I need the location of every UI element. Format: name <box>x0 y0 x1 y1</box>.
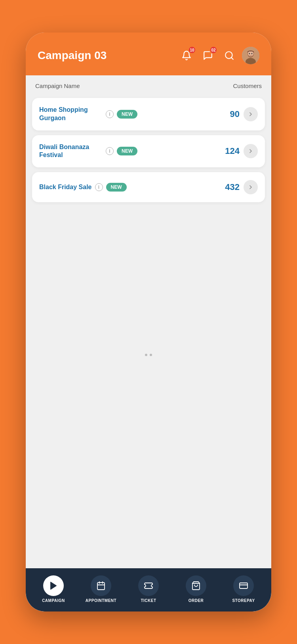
search-icon <box>224 50 234 61</box>
col-customers-header: Customers <box>233 82 262 89</box>
header: Campaign 03 10 02 <box>26 33 271 75</box>
chevron-right-icon-3 <box>248 184 254 190</box>
nav-label-storepay: STOREPAY <box>232 598 255 603</box>
svg-rect-14 <box>240 583 248 588</box>
page-title: Campaign 03 <box>38 49 107 62</box>
nav-label-order: ORDER <box>188 598 204 603</box>
campaign-card-3[interactable]: Black Friday Sale i NEW 432 <box>32 172 265 202</box>
nav-label-appointment: APPOINTMENT <box>86 598 116 603</box>
svg-point-7 <box>251 53 253 54</box>
nav-item-campaign[interactable]: CAMPAIGN <box>30 575 77 603</box>
col-name-header: Campaign Name <box>35 82 80 89</box>
nav-item-appointment[interactable]: APPOINTMENT <box>77 575 125 603</box>
info-icon-2[interactable]: i <box>106 147 114 155</box>
svg-rect-9 <box>97 583 105 590</box>
nav-item-storepay[interactable]: STOREPAY <box>220 575 267 603</box>
nav-icon-wrapper-appointment <box>91 575 111 596</box>
campaign-name-3: Black Friday Sale <box>39 183 92 192</box>
chevron-right-icon-1 <box>248 111 254 117</box>
nav-item-order[interactable]: ORDER <box>172 575 220 603</box>
chevron-btn-1[interactable] <box>244 107 258 121</box>
storepay-nav-icon <box>239 581 248 590</box>
bottom-nav: CAMPAIGN APPOINTMENT TICKET <box>26 568 271 611</box>
campaign-card-right-3: 432 <box>225 180 258 194</box>
nav-icon-wrapper-order <box>186 575 206 596</box>
campaign-card-1[interactable]: Home Shopping Gurgaon i NEW 90 <box>32 98 265 130</box>
notifications-button[interactable]: 10 <box>178 47 195 64</box>
messages-button[interactable]: 02 <box>199 47 217 64</box>
info-icon-3[interactable]: i <box>95 183 103 191</box>
new-badge-3: NEW <box>106 183 127 192</box>
pagination-dots <box>145 354 152 356</box>
campaign-card-left-1: Home Shopping Gurgaon i NEW <box>39 106 230 123</box>
new-badge-2: NEW <box>117 147 137 155</box>
nav-icon-wrapper-storepay <box>233 575 254 596</box>
new-badge-1: NEW <box>117 110 137 119</box>
avatar <box>242 47 259 64</box>
search-button[interactable] <box>221 47 238 64</box>
dot-2 <box>150 354 152 356</box>
svg-marker-8 <box>51 582 56 589</box>
info-icon-1[interactable]: i <box>106 110 114 118</box>
phone-frame: Campaign 03 10 02 <box>26 33 271 611</box>
order-nav-icon <box>191 581 201 590</box>
customer-count-1: 90 <box>230 109 240 119</box>
messages-badge: 02 <box>209 46 217 54</box>
nav-label-campaign: CAMPAIGN <box>42 598 65 603</box>
dot-1 <box>145 354 147 356</box>
chevron-right-icon-2 <box>248 148 254 154</box>
chevron-btn-2[interactable] <box>244 144 258 158</box>
table-header: Campaign Name Customers <box>26 75 271 95</box>
customer-count-3: 432 <box>225 182 240 192</box>
campaign-list: Home Shopping Gurgaon i NEW 90 Diwali B <box>26 95 271 205</box>
customer-count-2: 124 <box>225 146 240 156</box>
header-icons: 10 02 <box>178 47 259 64</box>
campaign-card-left-3: Black Friday Sale i NEW <box>39 183 225 192</box>
svg-line-1 <box>231 58 233 59</box>
notifications-badge: 10 <box>188 46 196 54</box>
campaign-card-right-1: 90 <box>230 107 258 121</box>
nav-icon-wrapper-ticket <box>138 575 159 596</box>
nav-label-ticket: TICKET <box>141 598 156 603</box>
appointment-nav-icon <box>96 581 106 590</box>
campaign-card-left-2: Diwali Bonanaza Festival i NEW <box>39 143 225 160</box>
campaign-name-2: Diwali Bonanaza Festival <box>39 143 103 160</box>
chevron-btn-3[interactable] <box>244 180 258 194</box>
nav-icon-wrapper-campaign <box>43 575 64 596</box>
campaign-card-right-2: 124 <box>225 144 258 158</box>
campaign-nav-icon <box>49 581 58 590</box>
ticket-nav-icon <box>144 581 153 590</box>
main-content: Campaign Name Customers Home Shopping Gu… <box>26 75 271 568</box>
campaign-card-2[interactable]: Diwali Bonanaza Festival i NEW 124 <box>32 135 265 168</box>
svg-point-6 <box>249 53 250 54</box>
avatar-image <box>242 47 259 64</box>
empty-space <box>26 205 271 364</box>
campaign-name-1: Home Shopping Gurgaon <box>39 106 103 123</box>
nav-item-ticket[interactable]: TICKET <box>125 575 172 603</box>
user-avatar-button[interactable] <box>242 47 259 64</box>
